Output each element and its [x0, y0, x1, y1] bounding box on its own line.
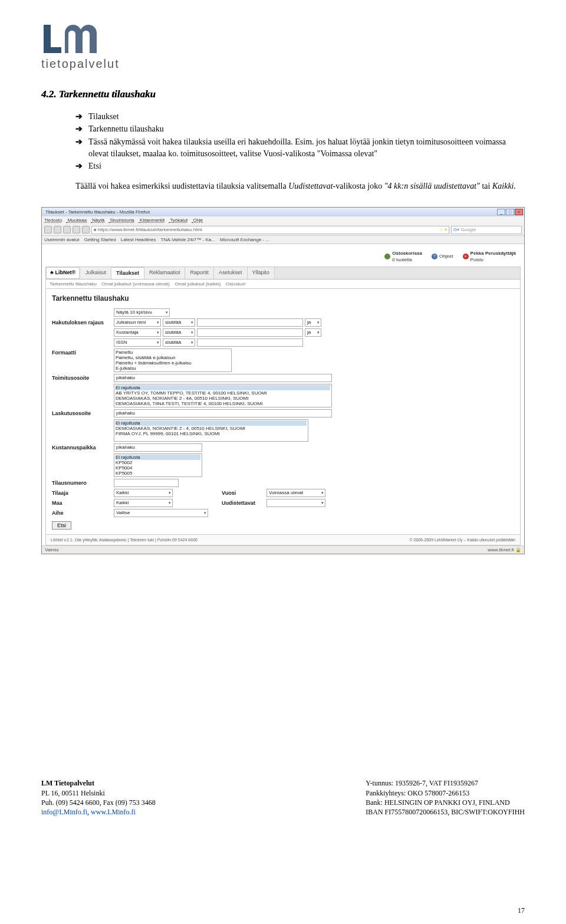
uudistettavat-select[interactable] [266, 499, 325, 507]
list-item: Tarkennettu tilaushaku [75, 123, 525, 135]
back-icon[interactable] [44, 226, 52, 234]
tilausnumero-input[interactable] [114, 479, 179, 487]
laskutus-listbox[interactable]: Ei rajoitusta DEMOASIAKAS, NOKIANTIE 2 -… [114, 419, 308, 442]
bookmark-item[interactable]: Microsoft Exchange - ... [220, 237, 269, 242]
email-link[interactable]: info@LMinfo.fi [41, 808, 87, 816]
value-input[interactable] [197, 338, 303, 347]
aihe-select[interactable]: Valitse [114, 509, 208, 517]
label-kustannus: Kustannuspaikka [52, 443, 114, 452]
status-text: Valmis [45, 547, 58, 553]
bool-select[interactable]: ja [305, 328, 321, 337]
kustannus-quicksearch[interactable]: pikahaku [114, 443, 202, 452]
menu-item[interactable]: Ohje [193, 218, 203, 223]
bookmark-item[interactable]: Latest Headlines [121, 237, 156, 242]
lock-icon: 🔒 [515, 547, 521, 553]
value-input[interactable] [197, 318, 303, 327]
label-toimitus: Toimitusosoite [52, 374, 114, 382]
subtabs: Tarkennettu tilaushaku Omat julkaisut (v… [46, 279, 520, 289]
label-vuosi: Vuosi [222, 489, 263, 497]
star-icon[interactable]: ☆ ▾ [439, 226, 447, 234]
browser-statusbar: Valmis www.libnet.fi 🔒 [42, 545, 524, 554]
google-icon: G [453, 227, 457, 232]
menu-item[interactable]: Muokkaa [68, 218, 87, 223]
label-maa: Maa [52, 499, 114, 507]
user-menu[interactable]: × Pekka PeruskäyttäjäPoistu [463, 250, 516, 263]
home-icon[interactable] [82, 226, 90, 234]
tilaaja-select[interactable]: Kaikki [114, 489, 173, 497]
help-link[interactable]: ? Ohjeet [432, 253, 453, 259]
field-select[interactable]: ISSN [114, 338, 161, 347]
logout-icon: × [463, 254, 469, 259]
bookmark-item[interactable]: TNA-Vaihde 24/7™ - Ka... [161, 237, 215, 242]
menu-item[interactable]: Sivuhistoria [110, 218, 134, 223]
close-button[interactable]: × [515, 209, 523, 215]
footer-right-col: Y-tunnus: 1935926-7, VAT FI19359267 Pank… [366, 778, 525, 817]
subtab[interactable]: Ostoskori [226, 281, 246, 287]
label-formaatti: Formaatti [52, 348, 114, 357]
page-footer: LM Tietopalvelut PL 16, 00511 Helsinki P… [41, 778, 525, 817]
label-tilaaja: Tilaaja [52, 489, 114, 497]
subtab[interactable]: Omat julkaisut (voimassa olevat) [101, 281, 170, 287]
embedded-screenshot: Tilaukset - Tarkennettu tilaushaku - Moz… [41, 207, 525, 554]
subtab[interactable]: Omat julkaisut (kaikki) [175, 281, 221, 287]
app-topbar: Ostoskorissa0 tuotetta ? Ohjeet × Pekka … [44, 249, 522, 267]
body-paragraph: Täällä voi hakea esimerkiksi uudistettav… [75, 180, 525, 192]
field-select[interactable]: Kustantaja [114, 328, 161, 337]
address-bar[interactable]: ■ https://www.libnet.fi/tilaukset/tarken… [91, 226, 449, 234]
page-content: Ostoskorissa0 tuotetta ? Ohjeet × Pekka … [42, 244, 524, 546]
toimitus-quicksearch[interactable]: pikahaku [114, 374, 332, 382]
list-item: Tilaukset [75, 111, 525, 123]
menu-item[interactable]: Tiedosto [44, 218, 62, 223]
minimize-button[interactable]: _ [497, 209, 505, 215]
reload-icon[interactable] [63, 226, 71, 234]
formaatti-listbox[interactable]: Painettu Painettu, sisältää e-julkaisun … [114, 348, 232, 372]
menubar[interactable]: Tiedosto Muokkaa Näytä Sivuhistoria Kirj… [42, 216, 524, 224]
value-input[interactable] [197, 328, 303, 337]
maximize-button[interactable]: □ [506, 209, 514, 215]
bookmark-item[interactable]: Useimmin avatut [44, 237, 80, 242]
tab-tilaukset[interactable]: Tilaukset [111, 267, 144, 279]
form-title: Tarkennettu tilaushaku [52, 294, 514, 304]
app-logo[interactable]: ♣ LibNet® [46, 267, 80, 279]
toimitus-listbox[interactable]: Ei rajoitusta AB YRITYS OY, TOMMI TEPPO,… [114, 384, 332, 407]
web-link[interactable]: www.LMinfo.fi [91, 808, 136, 816]
help-icon: ? [432, 254, 437, 259]
tab-asetukset[interactable]: Asetukset [214, 267, 248, 279]
bookmark-item[interactable]: Getting Started [84, 237, 116, 242]
menu-item[interactable]: Kirjanmerkit [140, 218, 164, 223]
browser-toolbar: ■ https://www.libnet.fi/tilaukset/tarken… [42, 225, 524, 236]
favicon-icon: ■ [94, 226, 97, 234]
op-select[interactable]: sisältää [163, 328, 195, 337]
subtab[interactable]: Tarkennettu tilaushaku [50, 281, 97, 287]
logo-subtitle: tietopalvelut [41, 55, 525, 72]
etsi-button[interactable]: Etsi [52, 521, 71, 530]
laskutus-quicksearch[interactable]: pikahaku [114, 409, 332, 417]
bool-select[interactable]: ja [305, 318, 321, 327]
tab-reklamaatiot[interactable]: Reklamaatiot [144, 267, 186, 279]
stop-icon[interactable] [73, 226, 80, 234]
kustannus-listbox[interactable]: Ei rajoitusta KP5002 KP5004 KP5005 [114, 453, 202, 477]
tabs: ♣ LibNet® Julkaisut Tilaukset Reklamaati… [46, 267, 520, 279]
vuosi-select[interactable]: Voimassa olevat [266, 489, 325, 497]
app-footer: LibNet v.2.1. Ota yhteyttä: Asiakaspalve… [46, 534, 520, 545]
op-select[interactable]: sisältää [163, 338, 195, 347]
browser-window: Tilaukset - Tarkennettu tilaushaku - Moz… [41, 207, 525, 554]
tab-yllapito[interactable]: Ylläpito [248, 267, 275, 279]
instruction-list: Tilaukset Tarkennettu tilaushaku Tässä n… [75, 111, 525, 172]
tab-julkaisut[interactable]: Julkaisut [81, 267, 111, 279]
cart-status[interactable]: Ostoskorissa0 tuotetta [384, 250, 422, 263]
list-item: Etsi [75, 160, 525, 172]
tab-raportit[interactable]: Raportit [185, 267, 214, 279]
field-select[interactable]: Julkaisun nimi [114, 318, 161, 327]
search-box[interactable]: G▾ Google [451, 226, 522, 234]
company-logo: tietopalvelut [41, 24, 525, 72]
maa-select[interactable]: Kaikki [114, 499, 173, 507]
window-title: Tilaukset - Tarkennettu tilaushaku - Moz… [43, 209, 150, 215]
list-item: Tässä näkymässä voit hakea tilauksia use… [75, 136, 525, 159]
bookmarks-toolbar: Useimmin avatut Getting Started Latest H… [42, 236, 524, 244]
op-select[interactable]: sisältää [163, 318, 195, 327]
forward-icon[interactable] [54, 226, 61, 234]
menu-item[interactable]: Näytä [92, 218, 104, 223]
per-page-select[interactable]: Näytä 10 kpl/sivu [114, 308, 170, 317]
menu-item[interactable]: Työkalut [170, 218, 187, 223]
